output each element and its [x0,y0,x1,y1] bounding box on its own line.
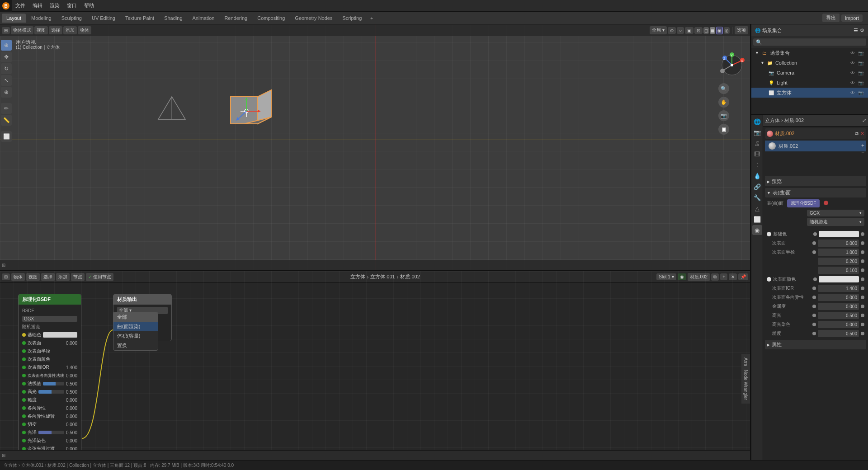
select-menu-button[interactable]: 选择 [49,26,62,34]
add-cube-tool[interactable]: ⬜ [1,131,12,142]
material-remove-btn[interactable]: ✕ [860,131,864,136]
cube-render[interactable]: 📷 [857,89,864,96]
prop-icon-scene[interactable]: 🌐 [752,117,762,127]
material-mode[interactable]: ◉ [716,27,723,34]
global-local-toggle[interactable]: 全局 ▾ [650,26,667,34]
tab-geometry-nodes[interactable]: Geometry Nodes [290,14,337,23]
view-menu-button[interactable]: 视图 [34,26,48,34]
specular-prop-value[interactable]: 0.500 [818,312,859,319]
annotate-tool[interactable]: ✏ [1,103,12,114]
collection-item[interactable]: ▼ 📁 Collection 👁 📷 [751,58,868,68]
sub-color-prop-value[interactable] [819,276,859,282]
camera-render[interactable]: 📷 [857,69,864,76]
prop-icon-particles[interactable]: ⁚ [752,160,762,170]
principled-bsdf-node[interactable]: 原理化BSDF BSDF GGX 随机游走 [18,294,81,460]
tab-animation[interactable]: Animation [188,14,219,23]
prop-icon-physics[interactable]: 💧 [752,171,762,181]
status-material-label[interactable]: 材质.002 [47,463,65,468]
outliner-search-input[interactable] [753,38,866,46]
snap-button[interactable]: ⊙ [668,27,676,34]
tab-sculpting[interactable]: Sculpting [57,14,86,23]
cube-item[interactable]: ⬜ 立方体 👁 📷 [751,88,868,98]
specular-tint-prop-value[interactable]: 0.000 [818,321,859,328]
menu-file[interactable]: 文件 [12,0,29,11]
light-render[interactable]: 📷 [857,79,864,86]
scale-tool[interactable]: ⤡ [1,75,12,86]
menu-window[interactable]: 窗口 [63,0,80,11]
tab-shading[interactable]: Shading [160,14,187,23]
status-cube001-label[interactable]: 立方体.001 [21,463,43,468]
menu-edit[interactable]: 编辑 [29,0,46,11]
transform-tool[interactable]: ⊕ [1,87,12,98]
export-button[interactable]: 导出 [822,14,840,22]
view-mode-button[interactable]: 物体模式 [11,26,33,34]
material-slot-add[interactable]: + [861,142,864,149]
prop-icon-constraints[interactable]: 🔗 [752,182,762,192]
roughness-prop-value[interactable]: 0.500 [818,330,859,337]
volume-section-header[interactable]: ▶ 属性 [765,340,866,349]
sub-ior-prop-value[interactable]: 1.400 [818,285,859,292]
dropdown-item-eevee[interactable]: 置换 [113,341,158,350]
prop-icon-render[interactable]: 📷 [752,127,762,137]
import-button[interactable]: Import [841,14,863,22]
dropdown-item-cycles[interactable]: 体积(容量) [113,331,158,341]
wireframe-mode[interactable]: ◻ [703,27,709,34]
menu-help[interactable]: 帮助 [80,0,98,11]
light-eye[interactable]: 👁 [849,79,856,86]
random-walk-select[interactable]: 随机游走 [807,218,864,226]
collection-render[interactable]: 📷 [857,59,864,66]
cursor-tool[interactable]: ⊕ [1,40,12,51]
sub-02-value[interactable]: 0.200 [818,258,859,265]
material-copy-btn[interactable]: ⧉ [855,131,859,136]
object-menu-button[interactable]: 物体 [78,26,91,34]
sub-01-value[interactable]: 0.100 [818,267,859,274]
props-breadcrumb-cube[interactable]: 立方体 [765,118,780,123]
viewport[interactable]: ⊞ 物体模式 视图 选择 添加 物体 全局 ▾ ⊙ ○ ▣ ⊡ ◻ ◼ ◉ ◎ [0,24,750,270]
sub-aniso-prop-value[interactable]: 0.000 [818,294,859,301]
xray-toggle[interactable]: ⊡ [694,27,703,34]
base-color-prop-value[interactable] [819,231,859,237]
tab-uv-editing[interactable]: UV Editing [87,14,120,23]
status-cube-label[interactable]: 立方体 [4,463,17,468]
proportional-edit[interactable]: ○ [677,27,684,34]
prop-icon-view[interactable]: 🎞 [752,149,762,159]
node-wrangler-tab[interactable]: Node Wrangler [741,366,750,404]
scene-collection-render[interactable]: 📷 [857,49,864,56]
tab-texture-paint[interactable]: Texture Paint [121,14,159,23]
ortho-toggle-button[interactable]: ▣ [718,124,729,135]
prop-icon-modifiers[interactable]: 🔧 [752,193,762,202]
material-slot-item-0[interactable]: 材质.002 [765,141,866,151]
light-item[interactable]: 💡 Light 👁 📷 [751,78,868,88]
prop-icon-material[interactable]: ◉ [752,225,762,235]
props-expand-icon[interactable]: ⤢ [862,118,866,123]
grab-tool-button[interactable]: ✋ [718,97,729,108]
tab-layout[interactable]: Layout [2,14,26,23]
tab-scripting[interactable]: Scripting [338,14,366,23]
dropdown-item-all[interactable]: 曲(面渲染) [113,322,158,331]
tab-compositing[interactable]: Compositing [253,14,289,23]
add-menu-button[interactable]: 添加 [63,26,77,34]
material-slot-remove[interactable]: − [861,150,864,156]
overlay-options[interactable]: 选项 [735,26,748,34]
scene-collection-item[interactable]: ▼ 🗂 场景集合 👁 📷 [751,48,868,58]
tab-modeling[interactable]: Modeling [27,14,56,23]
subsurface-prop-value[interactable]: 0.000 [818,240,859,247]
viewport-editor-type[interactable]: ⊞ [2,27,10,34]
camera-item[interactable]: 📷 Camera 👁 📷 [751,68,868,78]
surface-shader-button[interactable]: 原理化BSDF [787,199,820,207]
camera-view-button[interactable]: 📷 [718,110,729,121]
node-ggx-row[interactable]: GGX [20,315,79,323]
solid-mode[interactable]: ◼ [710,27,715,34]
node-canvas[interactable]: 原理化BSDF BSDF GGX 随机游走 [14,285,736,448]
metallic-prop-value[interactable]: 0.000 [818,303,859,310]
measure-tool[interactable]: 📏 [1,115,12,126]
prop-icon-object-data[interactable]: △ [752,203,762,213]
collection-eye[interactable]: 👁 [849,59,856,66]
menu-render[interactable]: 渲染 [46,0,63,11]
search-viewport-button[interactable]: 🔍 [718,83,729,94]
camera-eye[interactable]: 👁 [849,69,856,76]
prop-icon-output[interactable]: 🖨 [752,138,762,148]
preview-section-header[interactable]: ▶ 预览 [765,177,866,186]
sub-radius-prop-value[interactable]: 1.000 [818,249,859,256]
scene-collection-eye[interactable]: 👁 [849,49,856,56]
